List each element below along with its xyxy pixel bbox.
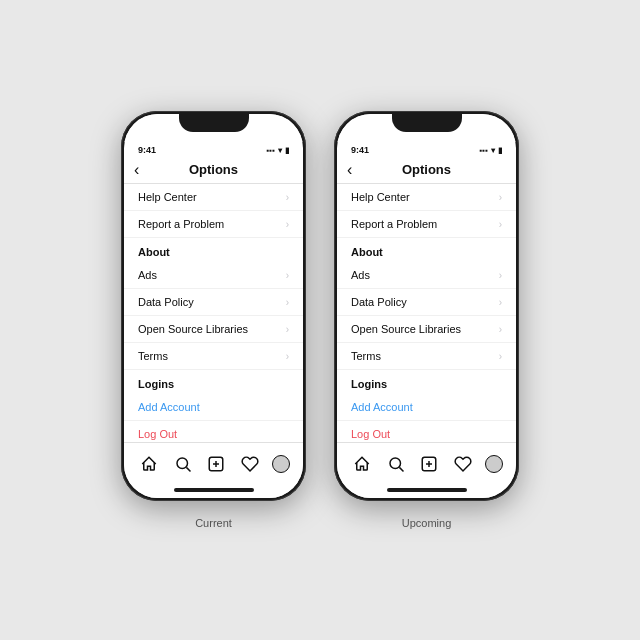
- chevron-icon-2: ›: [499, 270, 502, 281]
- phones-container: 9:41 ▪▪▪ ▾ ▮ ‹ Options Help Center ›: [121, 111, 519, 529]
- menu-item-ads-2[interactable]: Ads ›: [337, 262, 516, 289]
- phone-bottom-current: [124, 484, 303, 498]
- menu-item-ads[interactable]: Ads ›: [124, 262, 303, 289]
- tab-add-upcoming[interactable]: [417, 452, 441, 476]
- upcoming-label: Upcoming: [402, 517, 452, 529]
- menu-item-report-problem-2[interactable]: Report a Problem ›: [337, 211, 516, 238]
- wifi-icon: ▾: [278, 146, 282, 155]
- home-bar-current: [174, 488, 254, 492]
- chevron-icon-2: ›: [499, 192, 502, 203]
- chevron-icon-2: ›: [499, 297, 502, 308]
- tab-add-current[interactable]: [204, 452, 228, 476]
- nav-title-current: Options: [189, 162, 238, 177]
- tab-bar-upcoming: [337, 442, 516, 484]
- notch-bar: [124, 114, 303, 142]
- section-header-logins: Logins: [124, 370, 303, 394]
- menu-item-add-account-2[interactable]: Add Account: [337, 394, 516, 421]
- current-phone-wrapper: 9:41 ▪▪▪ ▾ ▮ ‹ Options Help Center ›: [121, 111, 306, 529]
- status-bar: 9:41 ▪▪▪ ▾ ▮: [124, 142, 303, 156]
- menu-item-terms-2[interactable]: Terms ›: [337, 343, 516, 370]
- battery-icon-2: ▮: [498, 146, 502, 155]
- menu-item-report-problem[interactable]: Report a Problem ›: [124, 211, 303, 238]
- chevron-icon: ›: [286, 351, 289, 362]
- phone-bottom-upcoming: [337, 484, 516, 498]
- section-header-about-2: About: [337, 238, 516, 262]
- tab-home-current[interactable]: [137, 452, 161, 476]
- screen-content-upcoming: Help Center › Report a Problem › About A…: [337, 184, 516, 442]
- menu-item-add-account[interactable]: Add Account: [124, 394, 303, 421]
- chevron-icon-2: ›: [499, 219, 502, 230]
- tab-profile-current[interactable]: [272, 455, 290, 473]
- back-button-upcoming[interactable]: ‹: [347, 161, 352, 179]
- status-time-2: 9:41: [351, 145, 369, 155]
- wifi-icon-2: ▾: [491, 146, 495, 155]
- status-time: 9:41: [138, 145, 156, 155]
- chevron-icon: ›: [286, 192, 289, 203]
- chevron-icon-2: ›: [499, 324, 502, 335]
- chevron-icon: ›: [286, 324, 289, 335]
- tab-search-current[interactable]: [171, 452, 195, 476]
- svg-point-5: [390, 458, 401, 469]
- signal-icon: ▪▪▪: [266, 146, 275, 155]
- notch-2: [392, 114, 462, 132]
- chevron-icon: ›: [286, 219, 289, 230]
- menu-item-help-center-2[interactable]: Help Center ›: [337, 184, 516, 211]
- tab-heart-current[interactable]: [238, 452, 262, 476]
- menu-item-help-center[interactable]: Help Center ›: [124, 184, 303, 211]
- screen-content-current: Help Center › Report a Problem › About A…: [124, 184, 303, 442]
- nav-bar-current: ‹ Options: [124, 156, 303, 184]
- chevron-icon: ›: [286, 297, 289, 308]
- menu-item-open-source-2[interactable]: Open Source Libraries ›: [337, 316, 516, 343]
- upcoming-phone: 9:41 ▪▪▪ ▾ ▮ ‹ Options Help Center ›: [334, 111, 519, 501]
- nav-bar-upcoming: ‹ Options: [337, 156, 516, 184]
- menu-item-log-out[interactable]: Log Out: [124, 421, 303, 442]
- section-header-about: About: [124, 238, 303, 262]
- svg-line-1: [186, 467, 190, 471]
- menu-item-terms[interactable]: Terms ›: [124, 343, 303, 370]
- notch: [179, 114, 249, 132]
- current-phone: 9:41 ▪▪▪ ▾ ▮ ‹ Options Help Center ›: [121, 111, 306, 501]
- tab-heart-upcoming[interactable]: [451, 452, 475, 476]
- status-bar-2: 9:41 ▪▪▪ ▾ ▮: [337, 142, 516, 156]
- chevron-icon-2: ›: [499, 351, 502, 362]
- status-icons-2: ▪▪▪ ▾ ▮: [479, 146, 502, 155]
- menu-item-log-out-2[interactable]: Log Out: [337, 421, 516, 442]
- status-icons: ▪▪▪ ▾ ▮: [266, 146, 289, 155]
- svg-line-6: [399, 467, 403, 471]
- menu-item-data-policy-2[interactable]: Data Policy ›: [337, 289, 516, 316]
- menu-item-open-source[interactable]: Open Source Libraries ›: [124, 316, 303, 343]
- tab-bar-current: [124, 442, 303, 484]
- section-header-logins-2: Logins: [337, 370, 516, 394]
- svg-point-0: [177, 458, 188, 469]
- tab-profile-upcoming[interactable]: [485, 455, 503, 473]
- notch-bar-2: [337, 114, 516, 142]
- back-button-current[interactable]: ‹: [134, 161, 139, 179]
- menu-item-data-policy[interactable]: Data Policy ›: [124, 289, 303, 316]
- upcoming-phone-wrapper: 9:41 ▪▪▪ ▾ ▮ ‹ Options Help Center ›: [334, 111, 519, 529]
- signal-icon-2: ▪▪▪: [479, 146, 488, 155]
- tab-home-upcoming[interactable]: [350, 452, 374, 476]
- battery-icon: ▮: [285, 146, 289, 155]
- current-label: Current: [195, 517, 232, 529]
- tab-search-upcoming[interactable]: [384, 452, 408, 476]
- chevron-icon: ›: [286, 270, 289, 281]
- nav-title-upcoming: Options: [402, 162, 451, 177]
- home-bar-upcoming: [387, 488, 467, 492]
